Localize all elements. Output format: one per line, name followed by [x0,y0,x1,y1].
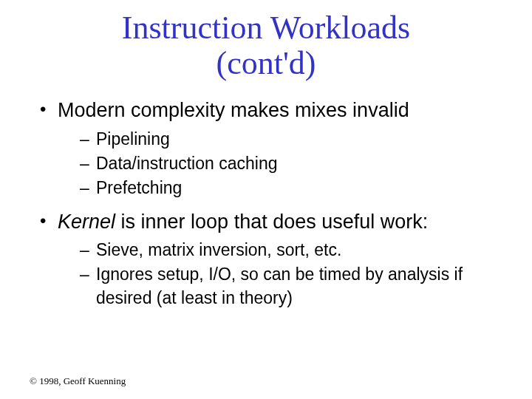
title-line-1: Instruction Workloads [122,10,410,46]
bullet-list: Modern complexity makes mixes invalid Pi… [37,98,502,310]
bullet-2-rest: is inner loop that does useful work: [115,211,428,233]
bullet-1-sublist: Pipelining Data/instruction caching Pref… [78,128,502,200]
bullet-1-sub-2: Data/instruction caching [78,152,502,175]
bullet-1-text: Modern complexity makes mixes invalid [58,99,409,121]
bullet-2-sub-1: Sieve, matrix inversion, sort, etc. [78,239,502,262]
bullet-1-sub-3: Prefetching [78,177,502,200]
title-line-2: (cont'd) [216,45,316,81]
bullet-2-sublist: Sieve, matrix inversion, sort, etc. Igno… [78,239,502,309]
bullet-1: Modern complexity makes mixes invalid Pi… [37,98,502,200]
slide-content: Modern complexity makes mixes invalid Pi… [0,98,532,310]
slide-title: Instruction Workloads (cont'd) [0,10,532,82]
slide: Instruction Workloads (cont'd) Modern co… [0,10,532,399]
bullet-1-sub-1: Pipelining [78,128,502,151]
copyright-footer: © 1998, Geoff Kuenning [30,375,126,387]
bullet-2-sub-2: Ignores setup, I/O, so can be timed by a… [78,263,502,309]
bullet-2-italic: Kernel [58,211,115,233]
bullet-2: Kernel is inner loop that does useful wo… [37,210,502,310]
